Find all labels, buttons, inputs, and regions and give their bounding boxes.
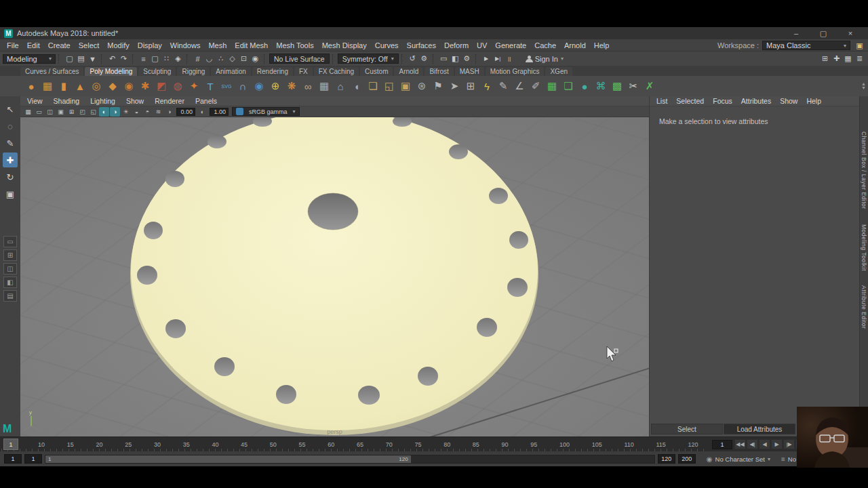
- text-tool-icon[interactable]: T: [202, 78, 218, 94]
- select-object-icon[interactable]: ▢: [149, 53, 161, 64]
- make-live-icon[interactable]: ◉: [250, 53, 261, 64]
- playblast-icon[interactable]: ▶: [481, 53, 492, 64]
- menu-item[interactable]: File: [3, 41, 23, 49]
- flag-icon[interactable]: ⚑: [430, 78, 446, 94]
- grid-toggle-icon[interactable]: ▦: [23, 107, 33, 117]
- select-component-icon[interactable]: ∷: [161, 53, 172, 64]
- gate-mask-icon[interactable]: ▣: [56, 107, 66, 117]
- attribute-menu-item[interactable]: Selected: [676, 97, 704, 105]
- boolean-icon[interactable]: ◩: [153, 78, 170, 94]
- viewport-3d[interactable]: y persp: [20, 117, 649, 436]
- safe-action-icon[interactable]: ◰: [77, 107, 87, 117]
- shelf-tab[interactable]: Arnold: [394, 67, 423, 76]
- menu-item[interactable]: Mesh Display: [318, 41, 371, 49]
- shadows-icon[interactable]: ◒: [132, 107, 142, 117]
- construction-history-icon[interactable]: ↺: [407, 53, 418, 64]
- shelf-tab[interactable]: Poly Modeling: [85, 67, 137, 76]
- lights-icon[interactable]: ☀: [121, 107, 131, 117]
- grid-objects-icon[interactable]: ▦: [316, 78, 332, 94]
- new-scene-icon[interactable]: ▢: [64, 53, 75, 64]
- shelf-tab[interactable]: XGen: [545, 67, 572, 76]
- globe-icon[interactable]: ⊛: [414, 78, 430, 94]
- menu-item[interactable]: Surfaces: [403, 41, 440, 49]
- step-back-frame-button[interactable]: ◀: [759, 439, 770, 449]
- poly-cylinder-icon[interactable]: ▮: [56, 78, 72, 94]
- pause-icon[interactable]: ||: [504, 53, 515, 64]
- shelf-tab[interactable]: MASH: [455, 67, 484, 76]
- range-slider-bar[interactable]: 1 120: [45, 455, 411, 463]
- snap-point-icon[interactable]: ∴: [215, 53, 226, 64]
- menu-item[interactable]: Create: [44, 41, 75, 49]
- resolution-gate-icon[interactable]: ◫: [45, 107, 55, 117]
- building-icon[interactable]: ⌂: [332, 78, 349, 94]
- shelf-tab[interactable]: Rigging: [177, 67, 210, 76]
- attribute-menu-item[interactable]: Help: [806, 97, 821, 105]
- film-gate-icon[interactable]: ▭: [34, 107, 44, 117]
- poly-gear-icon[interactable]: ✱: [137, 78, 153, 94]
- current-frame-field[interactable]: 1: [712, 440, 732, 449]
- side-tab[interactable]: Attribute Editor: [861, 285, 867, 329]
- menu-item[interactable]: Select: [75, 41, 104, 49]
- pivot-icon[interactable]: ✚: [831, 53, 842, 64]
- panel-menu-item[interactable]: View: [27, 97, 43, 105]
- attribute-menu-item[interactable]: Attributes: [741, 97, 771, 105]
- menu-item[interactable]: Edit Mesh: [231, 41, 272, 49]
- workspace-lock-icon[interactable]: ▣: [854, 40, 865, 52]
- exposure-icon[interactable]: ◑: [164, 107, 174, 117]
- attribute-menu-item[interactable]: List: [656, 97, 667, 105]
- live-surface-icon[interactable]: ◉: [251, 78, 267, 94]
- ipr-render-icon[interactable]: ◧: [450, 53, 461, 64]
- attribute-menu-item[interactable]: Focus: [713, 97, 732, 105]
- magnet-icon[interactable]: ∩: [235, 78, 251, 94]
- menu-set-dropdown[interactable]: Modeling ▾: [3, 54, 56, 64]
- play-step-icon[interactable]: ▶|: [492, 53, 504, 64]
- menu-item[interactable]: UV: [473, 41, 491, 49]
- undo-icon[interactable]: ↶: [106, 53, 118, 64]
- sign-in-button[interactable]: Sign In ▾: [526, 55, 564, 63]
- frame-icon[interactable]: ⊞: [462, 78, 479, 94]
- cubes-icon[interactable]: ❏: [365, 78, 381, 94]
- open-scene-icon[interactable]: ▤: [75, 53, 87, 64]
- open-box-icon[interactable]: ◱: [381, 78, 397, 94]
- menu-toggle-icon[interactable]: ≣: [854, 53, 865, 64]
- scale-tool[interactable]: ▣: [3, 186, 18, 201]
- time-slider[interactable]: 1 51015202530354045505560657075808590951…: [0, 436, 868, 451]
- shelf-tab[interactable]: FX Caching: [314, 67, 359, 76]
- panel-layout-icon[interactable]: ▦: [842, 53, 854, 64]
- playback-start-field[interactable]: 1: [24, 454, 42, 464]
- anim-end-field[interactable]: 200: [678, 454, 696, 464]
- symmetry-field[interactable]: Symmetry: Off ▾: [338, 54, 399, 64]
- snap-grid-icon[interactable]: #: [192, 53, 203, 64]
- range-slider-track[interactable]: 1 120: [45, 455, 655, 464]
- speaker-icon[interactable]: ◖: [349, 78, 365, 94]
- menu-item[interactable]: Modify: [103, 41, 133, 49]
- motion-blur-icon[interactable]: ≋: [153, 107, 163, 117]
- redo-icon[interactable]: ↷: [118, 53, 130, 64]
- mash-cube-icon[interactable]: ▦: [544, 78, 560, 94]
- go-to-start-button[interactable]: ◀◀: [734, 439, 746, 449]
- bolt-icon[interactable]: ϟ: [479, 78, 495, 94]
- poly-cone-icon[interactable]: ▲: [72, 78, 88, 94]
- layout-outliner[interactable]: ◧: [3, 277, 17, 288]
- measure-icon[interactable]: ∞: [300, 78, 316, 94]
- ao-icon[interactable]: ◓: [142, 107, 153, 117]
- panel-menu-item[interactable]: Renderer: [155, 97, 184, 105]
- shelf-tab[interactable]: Curves / Surfaces: [20, 67, 83, 76]
- minimize-button[interactable]: –: [783, 29, 810, 38]
- paint-select-tool[interactable]: ✎: [3, 136, 18, 150]
- colorspace-dropdown[interactable]: sRGB gamma ▾: [232, 107, 300, 116]
- menu-item[interactable]: Display: [134, 41, 166, 49]
- poly-plane-icon[interactable]: ◆: [104, 78, 121, 94]
- ruler-icon[interactable]: ∠: [511, 78, 528, 94]
- layout-single-pane[interactable]: ▭: [3, 236, 17, 247]
- layout-four-pane[interactable]: ⊞: [3, 249, 17, 261]
- poly-disc-icon[interactable]: ◉: [121, 78, 137, 94]
- side-tab[interactable]: Modeling Toolkit: [861, 224, 867, 271]
- poly-sphere-icon[interactable]: ●: [23, 78, 39, 94]
- shelf-tab[interactable]: Custom: [360, 67, 393, 76]
- show-grid-icon[interactable]: ⊞: [819, 53, 831, 64]
- cut-tool-icon[interactable]: ✂: [625, 78, 642, 94]
- character-set-dropdown[interactable]: ◉ No Character Set ▾: [707, 455, 770, 463]
- time-ruler[interactable]: 5101520253035404550556065707580859095100…: [1, 437, 709, 451]
- panel-menu-item[interactable]: Panels: [195, 97, 217, 105]
